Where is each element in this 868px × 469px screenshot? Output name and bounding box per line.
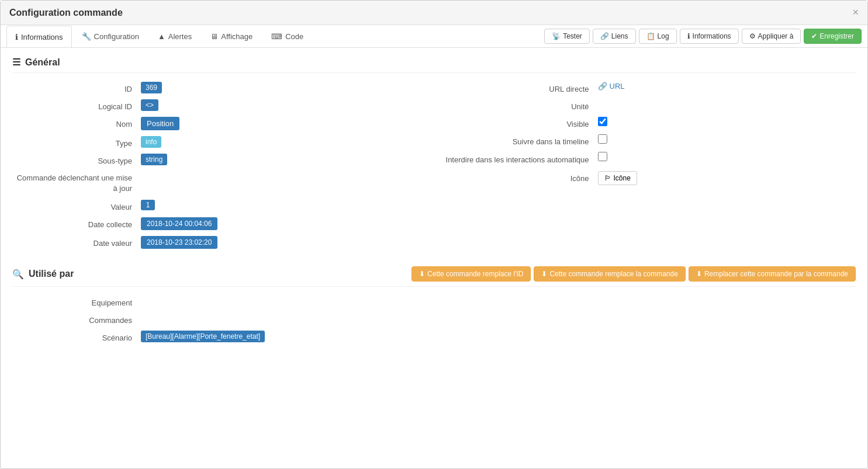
commandes-row: Commandes — [12, 313, 856, 325]
tab-informations[interactable]: ℹ Informations — [6, 26, 72, 47]
modal-title-bar: Configuration commande × — [1, 1, 867, 25]
nom-value-container: Position — [141, 117, 434, 130]
tab-affichage[interactable]: 🖥 Affichage — [202, 26, 261, 47]
flag-icon: 🏳 — [604, 174, 611, 182]
code-icon: ⌨ — [271, 32, 282, 41]
id-badge: 369 — [141, 82, 162, 93]
tab-code-label: Code — [285, 32, 303, 41]
date-valeur-row: Date valeur 2018-10-23 23:02:20 — [12, 236, 434, 249]
utilise-par-section: 🔍 Utilisé par ⬇ Cette commande remplace … — [12, 266, 856, 342]
url-value-container: 🔗 URL — [598, 82, 856, 91]
informations-icon: ℹ — [687, 32, 690, 40]
date-valeur-badge: 2018-10-23 23:02:20 — [141, 236, 217, 249]
interdire-label: Interdire dans les interactions automati… — [434, 152, 598, 165]
enregistrer-icon: ✔ — [811, 32, 817, 40]
type-value-container: info — [141, 136, 434, 148]
url-row: URL directe 🔗 URL — [434, 82, 856, 93]
modal-container: Configuration commande × ℹ Informations … — [0, 0, 868, 469]
date-collecte-label: Date collecte — [12, 217, 141, 229]
utilise-par-actions: ⬇ Cette commande remplace l'ID ⬇ Cette c… — [411, 266, 856, 282]
external-link-icon: 🔗 — [598, 82, 607, 91]
tabs-bar: ℹ Informations 🔧 Configuration ▲ Alertes… — [1, 25, 867, 48]
interdire-value-container — [598, 152, 856, 161]
general-layout: ID 369 Logical ID <> Nom Position — [12, 82, 856, 255]
replace-by-icon: ⬇ — [696, 270, 702, 278]
tab-configuration[interactable]: 🔧 Configuration — [73, 26, 148, 47]
unite-label: Unité — [434, 99, 598, 111]
log-button[interactable]: 📋 Log — [639, 29, 677, 44]
liens-icon: 🔗 — [600, 32, 609, 40]
appliquer-icon: ⚙ — [749, 32, 756, 40]
informations-button[interactable]: ℹ Informations — [680, 29, 739, 44]
liens-button[interactable]: 🔗 Liens — [593, 29, 636, 44]
logical-id-value-container: <> — [141, 99, 434, 111]
nom-label: Nom — [12, 117, 141, 128]
replace-cmd-icon: ⬇ — [541, 270, 547, 278]
valeur-label: Valeur — [12, 200, 141, 211]
valeur-badge: 1 — [141, 200, 155, 210]
general-right-col: URL directe 🔗 URL Unité Visible — [434, 82, 856, 255]
general-section-title: ☰ Général — [12, 57, 856, 73]
sous-type-label: Sous-type — [12, 154, 141, 165]
suivre-row: Suivre dans la timeline — [434, 134, 856, 146]
date-valeur-value-container: 2018-10-23 23:02:20 — [141, 236, 434, 249]
equipement-label: Equipement — [12, 296, 141, 307]
id-row: ID 369 — [12, 82, 434, 93]
icone-label: Icône — [434, 171, 598, 183]
tab-configuration-label: Configuration — [94, 32, 139, 41]
replace-id-icon: ⬇ — [419, 270, 425, 278]
scenario-row: Scénario [Bureau][Alarme][Porte_fenetre_… — [12, 331, 856, 342]
tester-icon: 📡 — [552, 32, 561, 40]
replace-cmd-button[interactable]: ⬇ Cette commande remplace la commande — [534, 266, 685, 282]
url-label: URL directe — [434, 82, 598, 93]
logical-id-badge: <> — [141, 99, 158, 111]
replace-id-button[interactable]: ⬇ Cette commande remplace l'ID — [411, 266, 531, 282]
visible-value-container — [598, 117, 856, 126]
logical-id-label: Logical ID — [12, 99, 141, 111]
equipement-row: Equipement — [12, 296, 856, 307]
replace-by-button[interactable]: ⬇ Remplacer cette commande par la comman… — [689, 266, 856, 282]
type-row: Type info — [12, 136, 434, 148]
config-icon: 🔧 — [82, 32, 91, 41]
commandes-label: Commandes — [12, 313, 141, 325]
tab-alertes[interactable]: ▲ Alertes — [149, 26, 200, 47]
tester-button[interactable]: 📡 Tester — [544, 29, 590, 44]
content-area: ☰ Général ID 369 Logical ID <> — [1, 48, 867, 357]
unite-row: Unité — [434, 99, 856, 111]
visible-checkbox[interactable] — [598, 117, 607, 126]
tab-affichage-label: Affichage — [221, 32, 253, 41]
nom-badge: Position — [141, 117, 179, 130]
date-collecte-row: Date collecte 2018-10-24 00:04:06 — [12, 217, 434, 230]
general-icon: ☰ — [12, 57, 20, 68]
close-button[interactable]: × — [852, 6, 859, 19]
visible-label: Visible — [434, 117, 598, 128]
search-icon: 🔍 — [12, 269, 24, 280]
date-collecte-badge: 2018-10-24 00:04:06 — [141, 217, 217, 230]
suivre-label: Suivre dans la timeline — [434, 134, 598, 146]
date-valeur-label: Date valeur — [12, 236, 141, 248]
scenario-badge: [Bureau][Alarme][Porte_fenetre_etat] — [141, 331, 265, 342]
id-value-container: 369 — [141, 82, 434, 93]
icone-row: Icône 🏳 Icône — [434, 171, 856, 185]
tab-code[interactable]: ⌨ Code — [262, 26, 312, 47]
icone-button[interactable]: 🏳 Icône — [598, 171, 637, 185]
enregistrer-button[interactable]: ✔ Enregistrer — [804, 29, 862, 44]
sous-type-value-container: string — [141, 154, 434, 165]
utilise-par-title: 🔍 Utilisé par — [12, 269, 74, 280]
url-link[interactable]: 🔗 URL — [598, 82, 625, 91]
type-label: Type — [12, 136, 141, 148]
scenario-value-container: [Bureau][Alarme][Porte_fenetre_etat] — [141, 331, 856, 342]
nom-row: Nom Position — [12, 117, 434, 130]
suivre-checkbox[interactable] — [598, 134, 607, 144]
commande-row: Commande déclenchant une mise à jour — [12, 171, 434, 194]
sous-type-badge: string — [141, 154, 167, 165]
visible-row: Visible — [434, 117, 856, 128]
valeur-row: Valeur 1 — [12, 200, 434, 211]
appliquer-button[interactable]: ⚙ Appliquer à — [742, 29, 801, 44]
suivre-value-container — [598, 134, 856, 144]
affichage-icon: 🖥 — [210, 32, 218, 41]
interdire-checkbox[interactable] — [598, 152, 607, 161]
tab-informations-label: Informations — [21, 33, 63, 41]
sous-type-row: Sous-type string — [12, 154, 434, 165]
logical-id-row: Logical ID <> — [12, 99, 434, 111]
